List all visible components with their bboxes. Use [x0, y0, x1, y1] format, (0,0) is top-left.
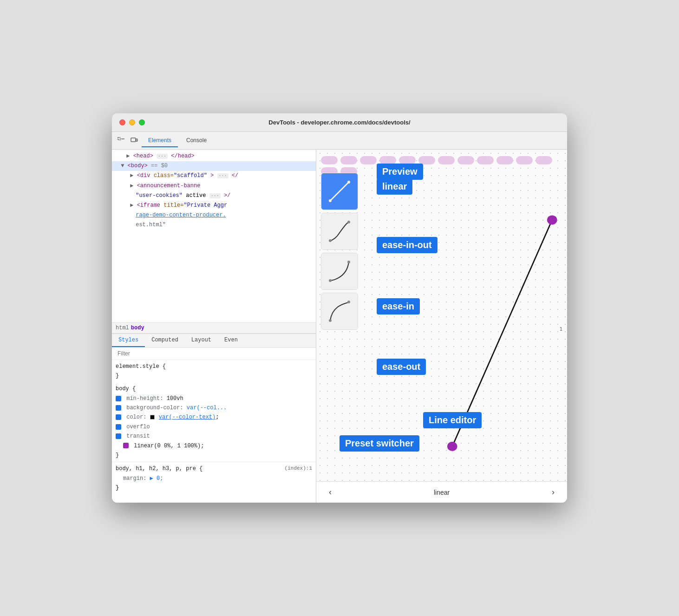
css-val-linear: linear(0 0%, 1 100%);	[134, 443, 204, 449]
dom-line-body[interactable]: ▼ <body> == $0	[112, 161, 316, 171]
checkbox-overflow[interactable]	[116, 424, 121, 430]
preview-nav: ‹ linear ›	[316, 481, 567, 503]
css-val-color[interactable]: var(--color-text)	[159, 414, 215, 420]
pink-pill-1	[321, 156, 338, 164]
minimize-button[interactable]	[129, 119, 135, 125]
styles-tabs: Styles Computed Layout Even	[112, 334, 316, 347]
tab-computed[interactable]: Computed	[145, 334, 185, 347]
css-val-bgcolor: var(--col...	[187, 405, 227, 411]
window-title: DevTools - developer.chrome.com/docs/dev…	[268, 119, 410, 126]
dom-line-head[interactable]: ▶ <head> ··· </head>	[112, 151, 316, 161]
preset-ease-in[interactable]	[321, 253, 358, 290]
extra-selector: body, h1, h2, h3, p, pre {	[116, 465, 202, 472]
devtools-window: DevTools - developer.chrome.com/docs/dev…	[112, 113, 567, 503]
tab-console[interactable]: Console	[180, 134, 213, 147]
css-close: }	[116, 373, 119, 379]
dom-line-scaffold[interactable]: ▶ <div class="scaffold" > ··· </	[112, 171, 316, 181]
line-number: 1	[559, 326, 562, 332]
tab-layout[interactable]: Layout	[185, 334, 218, 347]
dom-tree[interactable]: ▶ <head> ··· </head> ▼ <body> == $0 ▶ <d…	[112, 150, 316, 322]
css-prop-bgcolor: background-color:	[126, 405, 187, 411]
preset-ease-in-out[interactable]	[321, 213, 358, 250]
device-icon[interactable]	[129, 135, 140, 146]
css-prop-minheight: min-height:	[126, 395, 166, 402]
preview-panel: 1 ‹ linear › Preview linear ease-in-out …	[316, 150, 567, 503]
svg-point-12	[347, 301, 350, 303]
checkbox-linear[interactable]	[123, 443, 129, 448]
close-button[interactable]	[119, 119, 125, 125]
dom-line-banner[interactable]: ▶ <announcement-banne	[112, 181, 316, 191]
titlebar: DevTools - developer.chrome.com/docs/dev…	[112, 113, 567, 132]
css-rule-body: body { min-height: 100vh background-colo…	[112, 382, 316, 462]
svg-point-10	[347, 261, 350, 263]
pink-pill-10	[496, 156, 513, 164]
tab-event[interactable]: Even	[218, 334, 244, 347]
window-controls	[119, 119, 145, 125]
svg-rect-2	[131, 138, 136, 142]
checkbox-minheight[interactable]	[116, 396, 121, 401]
svg-rect-3	[136, 139, 137, 141]
preset-ease-out[interactable]	[321, 293, 358, 330]
elements-panel: ▶ <head> ··· </head> ▼ <body> == $0 ▶ <d…	[112, 150, 316, 503]
svg-point-14	[447, 442, 457, 451]
pink-pill-2	[340, 156, 357, 164]
breadcrumb: html body	[112, 322, 316, 334]
next-button[interactable]: ›	[547, 487, 560, 497]
css-prop-transition: transit	[126, 433, 150, 439]
line-editor-svg[interactable]	[367, 173, 567, 479]
pink-pill-4	[379, 156, 396, 164]
pink-pill-6	[418, 156, 435, 164]
svg-line-13	[452, 220, 552, 446]
checkbox-transition[interactable]	[116, 433, 121, 439]
svg-point-15	[547, 215, 557, 224]
svg-point-11	[329, 319, 332, 322]
css-body-close: }	[116, 452, 119, 459]
extra-close: }	[116, 485, 119, 491]
breadcrumb-body[interactable]: body	[131, 325, 144, 331]
prev-button[interactable]: ‹	[324, 487, 337, 497]
checkbox-bgcolor[interactable]	[116, 405, 121, 411]
line-editor-area[interactable]	[367, 173, 567, 479]
styles-panel: Styles Computed Layout Even	[112, 334, 316, 503]
svg-point-5	[329, 199, 332, 202]
nav-current-label: linear	[434, 489, 450, 496]
css-rule-element: element.style { }	[112, 360, 316, 383]
dom-line-est[interactable]: est.html"	[112, 220, 316, 230]
pink-pill-3	[360, 156, 377, 164]
extra-val-margin: ▶ 0;	[150, 475, 163, 482]
pink-pill-12	[535, 156, 552, 164]
extra-css-rule: (index):1 body, h1, h2, h3, p, pre { mar…	[112, 462, 316, 494]
css-val-minheight: 100vh	[167, 395, 183, 402]
tab-styles[interactable]: Styles	[112, 334, 145, 347]
css-prop-overflow: overflo	[126, 424, 150, 430]
svg-point-7	[329, 239, 332, 242]
color-swatch	[150, 415, 155, 419]
inspect-icon[interactable]	[116, 135, 127, 146]
devtools-tabbar: Elements Console	[112, 132, 567, 150]
svg-point-9	[329, 279, 332, 282]
filter-input[interactable]	[116, 349, 312, 358]
preset-linear[interactable]	[321, 173, 358, 210]
dom-line-cookies[interactable]: "user-cookies" active ··· >/	[112, 191, 316, 201]
pink-pill-5	[399, 156, 416, 164]
maximize-button[interactable]	[139, 119, 145, 125]
pink-pill-7	[438, 156, 455, 164]
pink-pill-11	[516, 156, 533, 164]
dom-line-rage[interactable]: rage-demo-content-producer.	[112, 210, 316, 220]
pink-pill-9	[477, 156, 494, 164]
svg-point-8	[347, 221, 350, 223]
breadcrumb-html[interactable]: html	[116, 325, 129, 331]
css-body-selector: body {	[116, 386, 136, 392]
svg-point-6	[347, 181, 350, 183]
css-prop-color: color:	[126, 414, 150, 420]
svg-rect-0	[118, 138, 120, 140]
preset-cards	[321, 173, 358, 330]
checkbox-color[interactable]	[116, 414, 121, 420]
filter-bar	[112, 347, 316, 360]
tab-elements[interactable]: Elements	[142, 134, 178, 147]
svg-line-4	[330, 182, 349, 201]
dom-line-iframe[interactable]: ▶ <iframe title="Private Aggr	[112, 201, 316, 210]
css-selector: element.style {	[116, 363, 166, 370]
source-link: (index):1	[285, 464, 312, 473]
extra-prop-margin: margin:	[123, 475, 150, 482]
